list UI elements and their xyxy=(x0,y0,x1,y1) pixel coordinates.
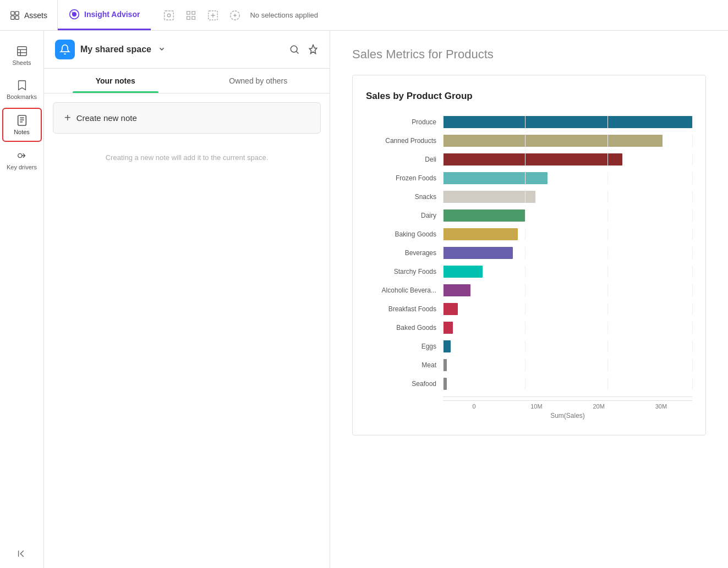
svg-point-6 xyxy=(72,12,73,13)
bar-label: Seafood xyxy=(366,380,443,388)
notes-icon xyxy=(16,114,28,126)
svg-point-8 xyxy=(168,14,171,17)
x-axis xyxy=(443,396,692,401)
bar-label: Alcoholic Bevera... xyxy=(366,286,443,294)
bar-row: Breakfast Foods xyxy=(366,300,692,318)
bar-track xyxy=(443,191,692,203)
chevron-down-icon xyxy=(158,45,166,53)
page-title: Sales Metrics for Products xyxy=(352,47,706,62)
bar-fill[interactable] xyxy=(443,378,447,390)
bar-row: Baking Goods xyxy=(366,225,692,244)
bar-fill[interactable] xyxy=(443,247,513,259)
bar-row: Beverages xyxy=(366,244,692,262)
sidebar-item-bookmarks[interactable]: Bookmarks xyxy=(2,74,42,106)
bar-track xyxy=(443,359,692,371)
bar-track xyxy=(443,209,692,222)
bar-label: Frozen Foods xyxy=(366,174,443,182)
bar-fill[interactable] xyxy=(443,153,622,166)
bar-fill[interactable] xyxy=(443,340,451,352)
notes-panel: My shared space Your notes xyxy=(44,31,330,568)
create-new-note-button[interactable]: + Create new note xyxy=(53,102,321,134)
svg-rect-11 xyxy=(17,47,26,56)
bar-row: Canned Products xyxy=(366,131,692,150)
selection-tool-1[interactable] xyxy=(160,6,178,25)
svg-rect-2 xyxy=(11,15,14,19)
bookmarks-icon xyxy=(16,79,28,91)
bar-track xyxy=(443,228,692,240)
selection-icon-2 xyxy=(185,9,197,21)
bar-fill[interactable] xyxy=(443,172,548,184)
bar-track xyxy=(443,135,692,147)
assets-button[interactable]: Assets xyxy=(0,0,58,30)
bar-fill[interactable] xyxy=(443,303,458,315)
sidebar-item-key-drivers[interactable]: Key drivers xyxy=(2,144,42,176)
notes-hint: Creating a new note will add it to the c… xyxy=(44,142,330,173)
bar-row: Eggs xyxy=(366,337,692,356)
bar-track xyxy=(443,340,692,352)
bar-fill[interactable] xyxy=(443,135,663,147)
svg-line-22 xyxy=(297,52,299,54)
space-name: My shared space xyxy=(80,45,151,54)
notes-panel-header: My shared space xyxy=(44,31,330,69)
bar-label: Dairy xyxy=(366,212,443,219)
toolbar-tools: No selections applied xyxy=(151,6,327,25)
plus-icon: + xyxy=(64,112,71,124)
bar-label: Snacks xyxy=(366,193,443,201)
bar-label: Eggs xyxy=(366,343,443,350)
bar-fill[interactable] xyxy=(443,209,525,222)
bar-label: Deli xyxy=(366,156,443,163)
x-axis-title: Sum(Sales) xyxy=(443,412,692,420)
x-tick-label: 0 xyxy=(443,403,505,410)
bar-fill[interactable] xyxy=(443,191,535,203)
bar-row: Seafood xyxy=(366,374,692,393)
svg-point-19 xyxy=(18,153,21,157)
bar-row: Starchy Foods xyxy=(366,262,692,281)
bar-label: Canned Products xyxy=(366,137,443,145)
bar-label: Breakfast Foods xyxy=(366,305,443,313)
bar-track xyxy=(443,247,692,259)
bar-fill[interactable] xyxy=(443,284,470,296)
bar-row: Produce xyxy=(366,113,692,131)
selection-icon-4 xyxy=(229,9,241,21)
sidebar-item-notes[interactable]: Notes xyxy=(2,108,42,142)
key-drivers-icon xyxy=(16,150,28,162)
bar-label: Produce xyxy=(366,118,443,126)
selection-icon-3 xyxy=(207,9,219,21)
insight-advisor-tab[interactable]: Insight Advisor xyxy=(58,0,151,30)
bar-fill[interactable] xyxy=(443,359,447,371)
bar-fill[interactable] xyxy=(443,116,692,128)
bell-icon xyxy=(59,44,70,55)
bar-fill[interactable] xyxy=(443,322,453,334)
chart-title: Sales by Product Group xyxy=(366,91,692,102)
svg-rect-3 xyxy=(15,15,19,19)
selection-tool-2[interactable] xyxy=(182,6,200,25)
assets-label: Assets xyxy=(24,11,47,20)
grid-icon xyxy=(10,10,20,20)
selection-tool-4[interactable] xyxy=(226,6,244,25)
bar-chart: ProduceCanned ProductsDeliFrozen FoodsSn… xyxy=(366,113,692,393)
search-icon[interactable] xyxy=(289,44,300,55)
create-note-label: Create new note xyxy=(76,113,137,123)
bar-label: Baked Goods xyxy=(366,324,443,332)
bar-fill[interactable] xyxy=(443,266,483,278)
tab-owned-by-others[interactable]: Owned by others xyxy=(187,69,330,93)
x-tick-label: 10M xyxy=(505,403,567,410)
header-actions xyxy=(289,44,319,55)
insight-label: Insight Advisor xyxy=(84,10,140,19)
bar-row: Frozen Foods xyxy=(366,169,692,188)
topbar: Assets Insight Advisor xyxy=(0,0,728,31)
selection-tool-3[interactable] xyxy=(204,6,222,25)
tab-your-notes[interactable]: Your notes xyxy=(44,69,187,93)
space-dropdown-button[interactable] xyxy=(158,45,166,54)
bar-fill[interactable] xyxy=(443,228,518,240)
collapse-sidebar-button[interactable] xyxy=(9,541,35,568)
insight-icon xyxy=(69,9,80,20)
sidebar-item-sheets[interactable]: Sheets xyxy=(2,40,42,71)
bar-label: Starchy Foods xyxy=(366,268,443,275)
bar-label: Meat xyxy=(366,361,443,369)
bar-track xyxy=(443,322,692,334)
bar-label: Beverages xyxy=(366,249,443,257)
bar-track xyxy=(443,284,692,296)
svg-point-21 xyxy=(291,46,297,52)
pin-icon[interactable] xyxy=(308,44,319,55)
